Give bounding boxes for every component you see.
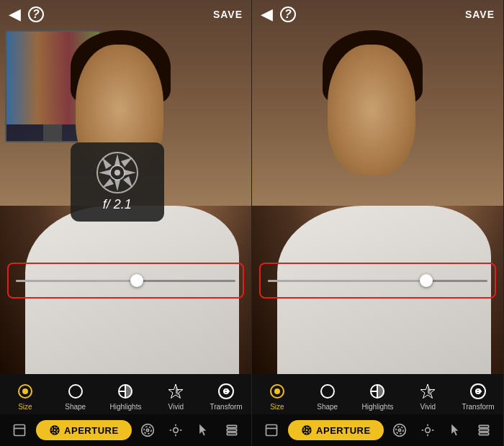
left-tool-size[interactable]: Size [6,381,44,411]
right-transform-icon [468,381,488,401]
right-bottom-toolbar: Size Shape Highlights Vivi [252,374,503,446]
left-highlights-icon [115,381,135,401]
right-photo-bg [252,0,503,374]
svg-marker-5 [102,158,112,169]
right-highlights-icon [367,381,387,401]
left-top-bar-left: ◀ ? [9,6,44,22]
left-highlights-label: Highlights [110,403,142,411]
right-tool-vivid[interactable]: Vivid [409,381,446,411]
svg-point-63 [306,429,308,432]
right-back-button[interactable]: ◀ [261,6,273,22]
right-slider-track [268,280,487,282]
right-top-bar: ◀ ? SAVE [252,0,503,29]
right-transform-label: Transform [462,403,494,411]
svg-marker-1 [114,154,120,165]
svg-point-33 [144,427,151,434]
left-filter-icon[interactable] [136,419,159,442]
left-aperture-btn-icon [49,424,60,436]
left-light-icon[interactable] [164,419,187,442]
left-tool-highlights[interactable]: Highlights [107,381,144,411]
left-layers-icon[interactable] [220,419,243,442]
right-tool-shape[interactable]: Shape [309,381,346,411]
right-tool-icons-row: Size Shape Highlights Vivi [252,374,503,414]
svg-point-45 [321,385,334,398]
left-tool-transform[interactable]: Transform [207,381,245,411]
right-shape-label: Shape [317,403,338,411]
left-slider-container[interactable] [7,263,244,299]
left-cursor-icon[interactable] [192,419,215,442]
svg-point-12 [22,388,28,394]
left-size-icon [15,381,35,401]
svg-marker-6 [123,176,132,188]
right-top-bar-left: ◀ ? [261,6,296,22]
svg-point-67 [426,428,431,433]
left-save-button[interactable]: SAVE [213,9,243,20]
svg-point-10 [114,170,120,176]
right-light-icon[interactable] [416,419,439,442]
aperture-overlay: f/ 2.1 [71,142,164,222]
svg-rect-72 [479,425,488,427]
right-filter-icon[interactable] [388,419,411,442]
right-photo-area [252,0,503,374]
svg-rect-73 [479,429,488,431]
left-slider-track [16,280,235,282]
right-aperture-label: APERTURE [316,425,371,436]
left-action-bar: APERTURE [0,414,251,446]
left-shape-label: Shape [65,403,86,411]
svg-point-13 [69,385,82,398]
svg-rect-42 [227,432,236,434]
svg-rect-19 [14,425,25,436]
svg-point-32 [147,429,149,431]
right-slider-thumb[interactable] [420,274,433,287]
right-highlights-label: Highlights [362,403,394,411]
left-tool-shape[interactable]: Shape [57,381,94,411]
right-vivid-icon [418,381,438,401]
right-tool-transform[interactable]: Transform [459,381,497,411]
left-vivid-label: Vivid [168,403,184,411]
svg-point-64 [399,429,401,431]
left-back-button[interactable]: ◀ [9,6,21,22]
svg-point-31 [54,429,56,432]
left-tool-icons-row: Size Shape Highlights Vivi [0,374,251,414]
svg-point-44 [274,388,280,394]
right-slider-fill [268,280,426,282]
svg-rect-51 [266,425,277,436]
left-aperture-main-button[interactable]: APERTURE [36,420,132,440]
left-photo-area: f/ 2.1 [0,0,251,374]
left-monitor-stand [43,124,62,141]
left-bottom-toolbar: Size Shape Highlights Vivi [0,374,251,446]
right-size-label: Size [270,403,284,411]
aperture-fvalue: f/ 2.1 [103,197,132,212]
left-panel: ◀ ? SAVE [0,0,252,446]
right-save-button[interactable]: SAVE [465,9,495,20]
left-crop-icon[interactable] [8,419,31,442]
svg-rect-74 [479,432,488,434]
right-panel: ◀ ? SAVE Size [252,0,504,446]
right-cursor-icon[interactable] [444,419,467,442]
right-head [328,45,415,176]
aperture-icon [96,151,139,194]
svg-marker-3 [99,170,110,176]
left-vivid-icon [166,381,186,401]
right-size-icon [267,381,287,401]
svg-marker-2 [114,180,120,191]
right-layers-icon[interactable] [472,419,495,442]
left-transform-icon [216,381,236,401]
right-tool-highlights[interactable]: Highlights [359,381,396,411]
right-help-button[interactable]: ? [280,6,296,22]
right-shape-icon [318,381,338,401]
left-transform-label: Transform [210,403,242,411]
left-slider-fill [16,280,137,282]
left-aperture-label: APERTURE [64,425,119,436]
svg-marker-4 [125,170,136,176]
right-crop-icon[interactable] [260,419,283,442]
left-tool-vivid[interactable]: Vivid [157,381,194,411]
svg-marker-7 [121,158,132,167]
svg-rect-41 [227,429,236,431]
right-aperture-main-button[interactable]: APERTURE [288,420,384,440]
left-slider-thumb[interactable] [130,274,143,287]
right-slider-container[interactable] [259,263,496,299]
right-tool-size[interactable]: Size [258,381,296,411]
left-help-button[interactable]: ? [28,6,44,22]
svg-point-35 [174,428,179,433]
